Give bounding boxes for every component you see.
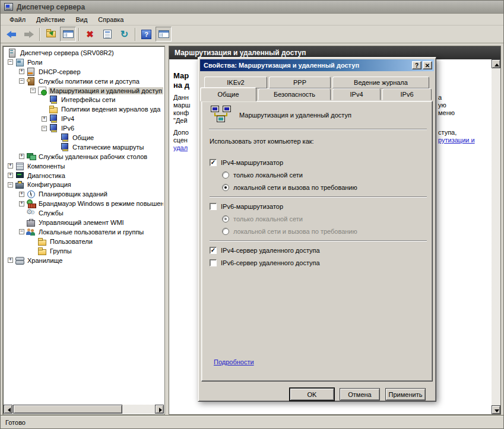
help-icon: ? (141, 30, 151, 39)
tree-item[interactable]: Службы (4, 208, 163, 218)
scroll-down-button[interactable] (492, 405, 500, 414)
expand-toggle[interactable]: − (8, 182, 13, 188)
show-console-2-icon (159, 30, 169, 38)
tree-item[interactable]: −Службы политики сети и доступа (4, 77, 163, 86)
expand-toggle[interactable]: + (8, 163, 13, 169)
radio-dot (224, 186, 227, 189)
expand-toggle[interactable]: + (19, 154, 24, 159)
radio-button[interactable] (222, 171, 229, 179)
scroll-thumb[interactable] (13, 405, 122, 414)
tree-item[interactable]: −Конфигурация (4, 180, 163, 189)
netif-icon (49, 96, 58, 104)
apply-button[interactable]: Применить (385, 388, 426, 401)
properties-button[interactable] (99, 27, 115, 42)
scroll-right-button[interactable] (155, 405, 164, 414)
option-label: только локальной сети (233, 171, 303, 179)
refresh-button[interactable]: ↻ (116, 27, 132, 42)
dialog-tab[interactable]: PPP (269, 77, 331, 88)
tree-item[interactable]: Общие (4, 133, 163, 142)
rras-properties-dialog: Свойства: Маршрутизация и удаленный дост… (198, 57, 436, 402)
show-console-2-button[interactable] (156, 27, 172, 42)
checkbox[interactable]: ✓ (210, 247, 217, 254)
tree-item[interactable]: Интерфейсы сети (4, 95, 163, 104)
tree-item-label: Статические маршруты (71, 144, 145, 151)
radio-dot (224, 218, 227, 220)
tree-item-label: Диспетчер сервера (SRV08R2) (19, 49, 115, 56)
menu-item[interactable]: Вид (70, 15, 93, 24)
tree-item[interactable]: Группы (4, 246, 163, 256)
netif-icon (60, 143, 69, 151)
back-button[interactable] (4, 27, 20, 42)
dialog-help-button[interactable]: ? (412, 61, 421, 69)
expand-toggle[interactable]: + (42, 116, 47, 122)
content-link-fragment[interactable]: удал (173, 144, 188, 151)
expand-toggle[interactable]: + (19, 192, 24, 197)
results-vertical-scrollbar[interactable] (492, 59, 500, 414)
npas-icon (26, 77, 36, 85)
scroll-left-button[interactable] (4, 405, 12, 414)
expand-toggle[interactable]: + (19, 69, 24, 74)
expand-toggle[interactable]: + (8, 173, 13, 178)
tree-item[interactable]: +Службы удаленных рабочих столов (4, 152, 163, 161)
checkbox[interactable] (210, 259, 217, 266)
expand-toggle[interactable]: − (19, 229, 24, 234)
tree-item[interactable]: +DHCP-сервер (4, 67, 163, 77)
tree-item[interactable]: Диспетчер сервера (SRV08R2) (4, 48, 163, 58)
tree-item[interactable]: Управляющий элемент WMI (4, 218, 163, 227)
tree-item[interactable]: +IPv4 (4, 114, 163, 123)
tree-item[interactable]: +Хранилище (4, 256, 163, 265)
tree-item-label: Группы (49, 247, 73, 255)
forward-button[interactable] (21, 27, 37, 42)
tree-item[interactable]: +Диагностика (4, 171, 163, 180)
app-icon (4, 3, 13, 11)
separator-line (210, 196, 427, 198)
tree-item[interactable]: Политики ведения журналов уда (4, 104, 163, 114)
dialog-tab[interactable]: Общие (200, 87, 256, 101)
ok-button[interactable]: OK (290, 388, 334, 401)
details-link[interactable]: Подробности (214, 358, 254, 366)
tree-item[interactable]: −Локальные пользователи и группы (4, 227, 163, 237)
toolbar: ✖↻? (1, 26, 503, 43)
cancel-button[interactable]: Отмена (340, 388, 380, 401)
expand-toggle[interactable]: − (42, 126, 47, 131)
tree-item[interactable]: −Маршрутизация и удаленный доступ (4, 86, 163, 96)
tree-item[interactable]: −IPv6 (4, 123, 163, 133)
show-console-button[interactable] (60, 27, 76, 42)
expand-toggle[interactable]: − (30, 88, 36, 93)
menu-item[interactable]: Файл (4, 15, 31, 24)
dialog-tab[interactable]: Ведение журнала (332, 77, 429, 88)
checkbox[interactable]: ✓ (210, 159, 217, 166)
tree-item[interactable]: Пользователи (4, 237, 163, 246)
option-label: локальной сети и вызова по требованию (233, 228, 357, 235)
tree-item-label: Службы удаленных рабочих столов (37, 153, 148, 160)
expand-toggle[interactable]: − (19, 78, 24, 84)
tree-item[interactable]: +Брандмауэр Windows в режиме повышенн (4, 199, 163, 208)
dialog-tab[interactable]: IKEv2 (204, 77, 267, 88)
radio-option: только локальной сети (210, 212, 427, 225)
menu-item[interactable]: Справка (93, 15, 129, 24)
options-prompt: Использовать этот компьютер как: (210, 138, 314, 145)
scroll-up-button[interactable] (492, 59, 500, 68)
checkbox[interactable] (210, 203, 217, 210)
option-label: IPv6-маршрутизатор (221, 203, 283, 210)
menu-item[interactable]: Действие (31, 15, 70, 24)
expand-toggle[interactable]: − (8, 59, 13, 65)
tree-item[interactable]: Статические маршруты (4, 142, 163, 152)
dialog-tab[interactable]: Безопасность (258, 88, 331, 100)
expand-toggle[interactable]: + (8, 258, 13, 263)
dialog-tab[interactable]: IPv4 (332, 88, 381, 100)
dialog-tab[interactable]: IPv6 (382, 88, 432, 100)
dialog-close-button[interactable]: ✕ (423, 61, 432, 69)
tree-item[interactable]: +Планировщик заданий (4, 189, 163, 199)
tree-item[interactable]: −Роли (4, 58, 163, 67)
tree-horizontal-scrollbar[interactable] (4, 405, 164, 414)
dialog-titlebar-buttons: ?✕ (411, 61, 432, 69)
export-button[interactable] (43, 27, 59, 42)
expand-toggle[interactable]: + (19, 201, 24, 206)
tree-item[interactable]: +Компоненты (4, 161, 163, 171)
delete-button[interactable]: ✖ (82, 27, 98, 42)
toolbar-separator (39, 28, 40, 41)
help-button[interactable]: ? (138, 27, 154, 42)
content-link-fragment[interactable]: рутизации и (438, 136, 475, 144)
radio-button[interactable] (222, 184, 229, 191)
